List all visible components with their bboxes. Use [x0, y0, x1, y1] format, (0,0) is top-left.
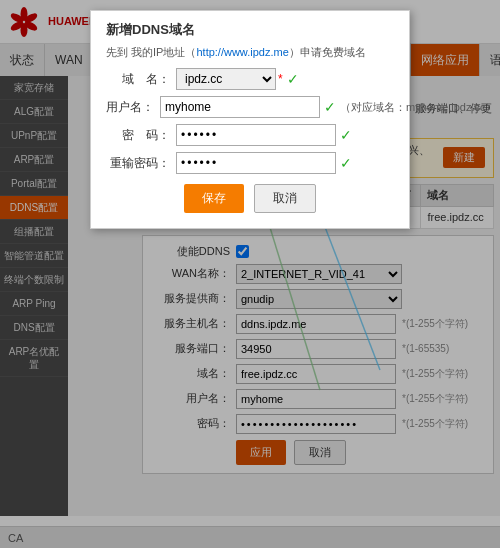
link-prefix: 先到 我的IP地址（: [106, 46, 196, 58]
modal-password-input[interactable]: [176, 124, 336, 146]
link-suffix: ）申请免费域名: [289, 46, 366, 58]
modal-repassword-row: 重输密码： ✓: [106, 152, 394, 174]
password-checkmark: ✓: [340, 127, 352, 143]
username-checkmark: ✓: [324, 99, 336, 115]
modal-username-input[interactable]: [160, 96, 320, 118]
username-domain-hint: （对应域名：myhome.ipdz.cc）: [340, 100, 496, 115]
modal-domain-label: 域 名：: [106, 71, 176, 88]
modal-overlay: 新增DDNS域名 先到 我的IP地址（http://www.ipdz.me）申请…: [0, 0, 500, 548]
modal-repassword-label: 重输密码：: [106, 155, 176, 172]
modal-buttons: 保存 取消: [106, 184, 394, 213]
repassword-checkmark: ✓: [340, 155, 352, 171]
modal-password-row: 密 码： ✓: [106, 124, 394, 146]
modal-username-label: 用户名：: [106, 99, 160, 116]
modal-domain-row: 域 名： ipdz.cc * ✓: [106, 68, 394, 90]
modal-title: 新增DDNS域名: [106, 21, 394, 39]
modal-password-label: 密 码：: [106, 127, 176, 144]
modal-save-button[interactable]: 保存: [184, 184, 244, 213]
modal-domain-select[interactable]: ipdz.cc: [176, 68, 276, 90]
add-ddns-modal: 新增DDNS域名 先到 我的IP地址（http://www.ipdz.me）申请…: [90, 10, 410, 229]
modal-repassword-input[interactable]: [176, 152, 336, 174]
domain-checkmark: ✓: [287, 71, 299, 87]
modal-link-line: 先到 我的IP地址（http://www.ipdz.me）申请免费域名: [106, 45, 394, 60]
modal-link[interactable]: http://www.ipdz.me: [196, 46, 288, 58]
modal-cancel-button[interactable]: 取消: [254, 184, 316, 213]
modal-username-row: 用户名： ✓ （对应域名：myhome.ipdz.cc）: [106, 96, 394, 118]
domain-asterisk: *: [278, 72, 283, 86]
